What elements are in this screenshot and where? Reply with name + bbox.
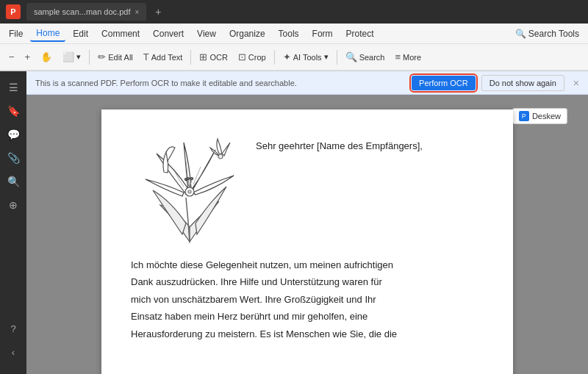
- sidebar-icon-search[interactable]: 🔍: [3, 171, 24, 192]
- menu-view[interactable]: View: [191, 26, 222, 41]
- actionbar: − + ✋ ⬜ ▾ ✏ Edit All T Add Text ⊞ OCR ⊡ …: [0, 44, 588, 71]
- separator-2: [190, 50, 191, 65]
- para-1-line1: Ich möchte diese Gelegenheit nutzen, um …: [131, 259, 393, 270]
- text-icon: T: [143, 51, 149, 62]
- menu-search-tools[interactable]: 🔍 Search Tools: [509, 26, 586, 41]
- deskew-label: Deskew: [532, 112, 561, 121]
- zoom-in-button[interactable]: +: [21, 49, 35, 65]
- separator-3: [274, 50, 275, 65]
- tab-label: sample scan...man doc.pdf: [34, 7, 130, 16]
- sidebar-icon-menu[interactable]: ☰: [3, 77, 24, 98]
- add-text-label: Add Text: [151, 53, 183, 62]
- edit-all-button[interactable]: ✏ Edit All: [93, 49, 137, 65]
- ocr-close-button[interactable]: ×: [573, 77, 579, 89]
- sidebar-icon-collapse[interactable]: ‹: [3, 342, 24, 362]
- document-view[interactable]: P Deskew: [26, 95, 588, 374]
- app-logo: P: [6, 4, 21, 19]
- paragraph-1: Ich möchte diese Gelegenheit nutzen, um …: [131, 256, 484, 342]
- sidebar-icon-comment[interactable]: 💬: [3, 124, 24, 145]
- flower-illustration: [131, 132, 248, 249]
- flower-svg: [131, 132, 248, 249]
- ai-icon: ✦: [283, 51, 291, 62]
- menubar: File Home Edit Comment Convert View Orga…: [0, 24, 588, 44]
- crop-icon: ⊡: [238, 51, 246, 62]
- ocr-notification-bar: This is a scanned PDF. Perform OCR to ma…: [26, 71, 588, 95]
- menu-convert[interactable]: Convert: [147, 26, 190, 41]
- zoom-out-button[interactable]: −: [4, 49, 19, 65]
- deskew-icon: P: [519, 111, 529, 121]
- select-icon: ⬜: [62, 51, 74, 62]
- menu-form[interactable]: Form: [306, 26, 339, 41]
- menu-edit[interactable]: Edit: [67, 26, 94, 41]
- ai-dropdown-icon: ▾: [324, 52, 329, 62]
- sidebar-icon-layers[interactable]: ⊕: [3, 195, 24, 215]
- menu-file[interactable]: File: [3, 26, 29, 41]
- new-tab-button[interactable]: +: [155, 6, 161, 18]
- browser-tab[interactable]: sample scan...man doc.pdf ×: [26, 3, 146, 21]
- svg-point-7: [185, 179, 187, 181]
- crop-button[interactable]: ⊡ Crop: [234, 49, 270, 65]
- perform-ocr-button[interactable]: Perform OCR: [412, 76, 476, 90]
- separator-1: [89, 50, 90, 65]
- sidebar-icon-bookmark[interactable]: 🔖: [3, 101, 24, 121]
- sidebar-icon-help[interactable]: ?: [3, 318, 24, 339]
- menu-comment[interactable]: Comment: [96, 26, 146, 41]
- svg-point-1: [188, 190, 191, 193]
- edit-icon: ✏: [98, 51, 106, 62]
- more-button[interactable]: ≡ More: [390, 49, 426, 65]
- hand-tool-button[interactable]: ✋: [36, 49, 57, 65]
- menu-protect[interactable]: Protect: [340, 26, 380, 41]
- deskew-button[interactable]: P Deskew: [512, 108, 567, 124]
- menu-home[interactable]: Home: [30, 26, 65, 42]
- document-page: Sehr geehrter [Name des Empfängers], Ich…: [101, 109, 513, 374]
- search-icon: 🔍: [345, 51, 357, 62]
- svg-point-8: [218, 154, 223, 159]
- ocr-label: OCR: [209, 53, 227, 62]
- ai-tools-label: AI Tools: [293, 53, 322, 62]
- ai-tools-button[interactable]: ✦ AI Tools ▾: [279, 49, 333, 65]
- menu-organize[interactable]: Organize: [223, 26, 271, 41]
- content-area: This is a scanned PDF. Perform OCR to ma…: [26, 71, 588, 374]
- sidebar-bottom: ? ‹: [3, 318, 24, 368]
- edit-all-label: Edit All: [108, 53, 133, 62]
- crop-label: Crop: [248, 53, 266, 62]
- titlebar: P sample scan...man doc.pdf × +: [0, 0, 588, 24]
- select-tool-button[interactable]: ⬜ ▾: [58, 49, 85, 65]
- zoom-out-icon: −: [9, 51, 15, 62]
- ocr-button[interactable]: ⊞ OCR: [195, 49, 232, 65]
- ocr-icon: ⊞: [199, 51, 207, 62]
- menu-tools[interactable]: Tools: [273, 26, 305, 41]
- ocr-message: This is a scanned PDF. Perform OCR to ma…: [35, 79, 406, 87]
- para-1-line2: Dank auszudrücken. Ihre Hilfe und Unters…: [131, 276, 382, 287]
- add-text-button[interactable]: T Add Text: [139, 49, 187, 65]
- search-button[interactable]: 🔍 Search: [341, 49, 390, 65]
- tab-close-button[interactable]: ×: [135, 8, 139, 16]
- dismiss-ocr-button[interactable]: Do not show again: [481, 75, 564, 91]
- left-sidebar: ☰ 🔖 💬 📎 🔍 ⊕ ? ‹: [0, 71, 26, 374]
- para-1-line5: Herausforderung zu meistern. Es ist Mens…: [131, 328, 397, 339]
- svg-point-5: [191, 178, 193, 180]
- para-1-line4: Einsatz haben mein Herz berührt und mir …: [131, 311, 368, 322]
- sidebar-icon-attachment[interactable]: 📎: [3, 148, 24, 168]
- more-label: More: [403, 53, 421, 62]
- main-area: ☰ 🔖 💬 📎 🔍 ⊕ ? ‹ This is a scanned PDF. P…: [0, 71, 588, 374]
- search-label: Search: [359, 53, 385, 62]
- zoom-in-icon: +: [25, 51, 31, 62]
- separator-4: [337, 50, 337, 65]
- more-icon: ≡: [395, 51, 401, 62]
- hand-icon: ✋: [40, 51, 52, 62]
- select-dropdown-icon: ▾: [76, 52, 81, 62]
- toolbar-area: File Home Edit Comment Convert View Orga…: [0, 24, 588, 71]
- para-1-line3: mich von unschätzbarem Wert. Ihre Großzü…: [131, 294, 376, 305]
